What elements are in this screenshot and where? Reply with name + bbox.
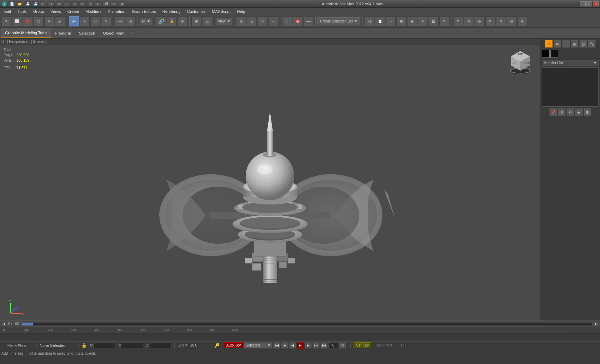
motion-panel-icon[interactable]: ◉ [571, 40, 579, 48]
go-start-button[interactable]: |◀ [273, 342, 280, 349]
tb-undo[interactable]: ↩ [40, 1, 46, 6]
next-key-button[interactable]: ⏭ [312, 342, 320, 349]
tb-redo[interactable]: ↪ [48, 1, 54, 6]
menu-tools[interactable]: Tools [15, 8, 30, 15]
menu-views[interactable]: Views [48, 8, 64, 15]
menu-maxscript[interactable]: MAXScript [209, 8, 234, 15]
prev-frame-button[interactable]: ◀ [289, 342, 296, 349]
frame-number-input[interactable] [328, 343, 338, 348]
select-rotate[interactable]: ↻ [90, 16, 100, 26]
select-obj[interactable]: ⊕ [69, 16, 79, 26]
ribbon-tab-selection[interactable]: Selection [75, 28, 99, 38]
maximize-button[interactable]: □ [586, 1, 592, 6]
tb-ref[interactable]: R [79, 1, 86, 6]
mirror-tool[interactable]: ⟹ [304, 16, 314, 26]
utilities-panel-icon[interactable]: 🔧 [588, 40, 596, 48]
snap-angle[interactable]: ∠ [247, 16, 257, 26]
tb-archive[interactable]: A [71, 1, 78, 6]
play-button[interactable]: ▶ [297, 342, 304, 349]
select-pointer[interactable]: ↖ [1, 16, 11, 26]
x-input[interactable] [94, 343, 115, 348]
ribbon-tab-objectpaint[interactable]: Object Paint [99, 28, 128, 38]
ribbon-tab-graphite[interactable]: Graphite Modeling Tools [1, 28, 51, 38]
render-last[interactable]: ⟳ [439, 16, 449, 26]
pause-icon[interactable]: ⏸ [558, 108, 566, 116]
snap-spinner[interactable]: ⌖ [268, 16, 278, 26]
select-scale[interactable]: ⤡ [101, 16, 111, 26]
display-panel-icon[interactable]: ◻ [579, 40, 587, 48]
make-unique-icon[interactable]: ◈ [575, 108, 583, 116]
render-frame[interactable]: 🖼 [429, 16, 439, 26]
create-panel-icon[interactable]: ✦ [545, 40, 553, 48]
tb-hold[interactable]: H [56, 1, 62, 6]
vp-perspective[interactable]: [ Perspective ] [7, 40, 29, 44]
bottom-left-label[interactable]: Max to Physc. [1, 344, 34, 347]
tb-rename[interactable]: ✏ [111, 1, 117, 6]
add-time-tag-btn[interactable]: Add Time Tag [1, 352, 23, 355]
vp-shaded[interactable]: [ Shaded ] [31, 40, 48, 44]
num-5[interactable]: 5 [282, 16, 292, 26]
schematic-view[interactable]: ⊞ [396, 16, 406, 26]
view-dropdown[interactable]: View ▼ [216, 17, 232, 25]
menu-graph-editors[interactable]: Graph Editors [129, 8, 159, 15]
layer-manager[interactable]: 📋 [375, 16, 385, 26]
prev-key-button[interactable]: ⏮ [281, 342, 288, 349]
extra-tools-7[interactable]: ⚙ [518, 16, 528, 26]
selected-dropdown[interactable]: Selected ▼ [244, 342, 272, 349]
remove-modifier-icon[interactable]: 🗑 [584, 108, 591, 116]
timeline-right-arrow[interactable]: ▶ [594, 322, 599, 327]
menu-edit[interactable]: Edit [1, 8, 14, 15]
key-filters-btn[interactable]: Key Filters... [374, 343, 397, 347]
key-icon[interactable]: 🔑 [214, 343, 220, 348]
hierarchy-panel-icon[interactable]: ⊥ [562, 40, 570, 48]
tb-save-as[interactable]: 💾 [32, 1, 39, 6]
z-input[interactable] [150, 343, 171, 348]
timeline-thumb[interactable] [22, 323, 33, 325]
minimize-button[interactable]: ─ [580, 1, 586, 6]
selection-lock-icon[interactable]: 🔒 [81, 343, 87, 348]
modifier-list-header[interactable]: Modifier List ▼ [542, 60, 599, 66]
go-end-button[interactable]: ▶| [320, 342, 328, 349]
select-fence[interactable]: ⬠ [34, 16, 44, 26]
render-setup[interactable]: ☀ [418, 16, 428, 26]
select-move[interactable]: ✛ [80, 16, 90, 26]
modify-panel-icon[interactable]: ⊞ [554, 40, 561, 48]
viewport[interactable]: [+] [ Perspective ] [ Shaded ] Total Pol… [0, 39, 540, 320]
tb-summary[interactable]: i [87, 1, 94, 6]
time-config-button[interactable]: ⏱ [339, 342, 346, 349]
curve-editor[interactable]: 〜 [386, 16, 396, 26]
close-button[interactable]: ✕ [593, 1, 599, 6]
select-rect[interactable]: ⬜ [12, 16, 22, 26]
y-input[interactable] [122, 343, 143, 348]
vp-menu-btn[interactable]: [+] [1, 40, 5, 44]
timeline-left-arrow[interactable]: ◀ [1, 322, 6, 327]
hierarchy[interactable]: ⊞ [191, 16, 201, 26]
extra-tools-4[interactable]: ⚙ [485, 16, 495, 26]
next-frame-button[interactable]: ▶ [305, 342, 312, 349]
menu-animation[interactable]: Animation [105, 8, 128, 15]
modifier-list-area[interactable] [542, 67, 599, 107]
extra-tools-5[interactable]: ⚙ [496, 16, 506, 26]
ribbon-expand[interactable]: + [129, 31, 135, 35]
tb-save[interactable]: 💾 [24, 1, 31, 6]
pin-stack-icon[interactable]: 📌 [549, 108, 557, 116]
extra-tools-2[interactable]: ⚙ [464, 16, 474, 26]
display-floater[interactable]: ◰ [364, 16, 374, 26]
anim-constraints[interactable]: 🎯 [293, 16, 303, 26]
menu-help[interactable]: Help [234, 8, 248, 15]
menu-group[interactable]: Group [30, 8, 47, 15]
tb-prop[interactable]: P [95, 1, 101, 6]
tb-viewimg[interactable]: 🖼 [103, 1, 109, 6]
menu-rendering[interactable]: Rendering [160, 8, 184, 15]
timeline-track[interactable] [22, 323, 592, 325]
link[interactable]: 🔗 [156, 16, 166, 26]
mirror[interactable]: ⟺ [115, 16, 125, 26]
unlink[interactable]: 🔓 [167, 16, 177, 26]
menu-customize[interactable]: Customize [184, 8, 209, 15]
tb-open[interactable]: 📂 [16, 1, 23, 6]
tb-new[interactable]: 📄 [9, 1, 15, 6]
extra-tools-3[interactable]: ⚙ [475, 16, 485, 26]
tb-fetch[interactable]: F [64, 1, 70, 6]
bind-spacewarp[interactable]: ⊛ [178, 16, 188, 26]
tb-config[interactable]: ⚙ [119, 1, 125, 6]
